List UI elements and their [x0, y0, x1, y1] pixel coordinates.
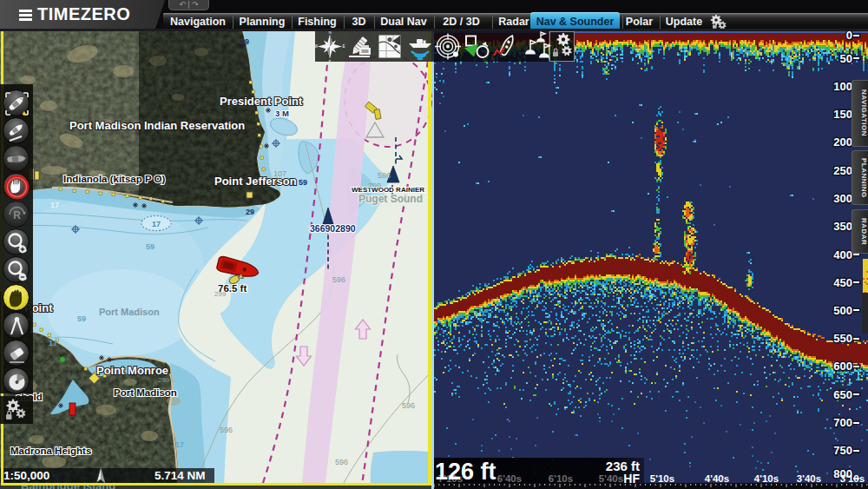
svg-text:E: E [342, 44, 345, 49]
svg-text:650: 650 [833, 388, 852, 401]
svg-text:400: 400 [833, 248, 852, 261]
svg-text:126 ft: 126 ft [435, 459, 496, 485]
svg-text:3'40s: 3'40s [797, 473, 821, 484]
svg-text:3 M: 3 M [275, 109, 289, 118]
svg-text:Indianola (kitsap P O): Indianola (kitsap P O) [63, 174, 166, 184]
svg-text:300: 300 [833, 192, 852, 205]
svg-text:596: 596 [332, 275, 345, 284]
svg-text:299: 299 [214, 290, 227, 298]
svg-text:4'10s: 4'10s [754, 473, 779, 484]
svg-text:100: 100 [833, 80, 852, 93]
svg-text:0: 0 [846, 31, 852, 42]
svg-text:50: 50 [840, 52, 852, 65]
svg-text:600: 600 [833, 360, 852, 373]
svg-text:29: 29 [246, 208, 254, 216]
svg-text:17: 17 [50, 201, 59, 209]
svg-text:596: 596 [335, 458, 348, 466]
svg-text:150: 150 [833, 108, 852, 121]
svg-text:700: 700 [833, 416, 852, 429]
svg-text:17: 17 [49, 339, 57, 347]
svg-text:Port Madison Indian Reservatio: Port Madison Indian Reservation [69, 119, 245, 132]
svg-text:6'40s: 6'40s [497, 473, 522, 484]
svg-text:Port Madison: Port Madison [99, 307, 160, 317]
svg-text:N: N [328, 31, 331, 35]
svg-text:17: 17 [152, 220, 161, 228]
svg-text:59: 59 [77, 314, 86, 323]
svg-text:Madrona Heights: Madrona Heights [10, 446, 91, 456]
svg-text:59: 59 [299, 178, 307, 187]
svg-text:59: 59 [146, 242, 155, 251]
svg-text:HF: HF [623, 472, 640, 486]
svg-text:29: 29 [240, 37, 249, 46]
svg-text:4'40s: 4'40s [705, 473, 729, 484]
svg-text:3'10s: 3'10s [840, 473, 865, 484]
svg-text:R: R [13, 209, 21, 221]
svg-text:596: 596 [402, 401, 415, 410]
svg-text:6'10s: 6'10s [549, 473, 573, 484]
svg-text:550: 550 [833, 332, 852, 345]
svg-text:299: 299 [158, 376, 170, 384]
svg-text:Point Monroe: Point Monroe [96, 364, 168, 377]
svg-text:450: 450 [833, 276, 852, 289]
svg-text:5'40s: 5'40s [599, 473, 623, 484]
svg-text:5'10s: 5'10s [650, 473, 674, 484]
svg-text:750: 750 [833, 444, 852, 457]
svg-text:Puget Sound: Puget Sound [358, 193, 423, 205]
svg-text:President Point: President Point [220, 95, 303, 108]
svg-text:Port Madison: Port Madison [114, 387, 177, 398]
svg-text:596: 596 [378, 171, 391, 180]
svg-text:366902890: 366902890 [310, 223, 356, 234]
svg-text:500: 500 [833, 304, 852, 317]
svg-text:596: 596 [220, 426, 233, 434]
svg-text:299: 299 [368, 182, 381, 190]
svg-text:17: 17 [175, 440, 184, 449]
svg-text:350: 350 [833, 220, 852, 233]
svg-text:200: 200 [833, 135, 852, 149]
svg-text:S: S [328, 60, 331, 63]
svg-text:250: 250 [833, 164, 852, 177]
svg-text:107: 107 [273, 169, 286, 178]
